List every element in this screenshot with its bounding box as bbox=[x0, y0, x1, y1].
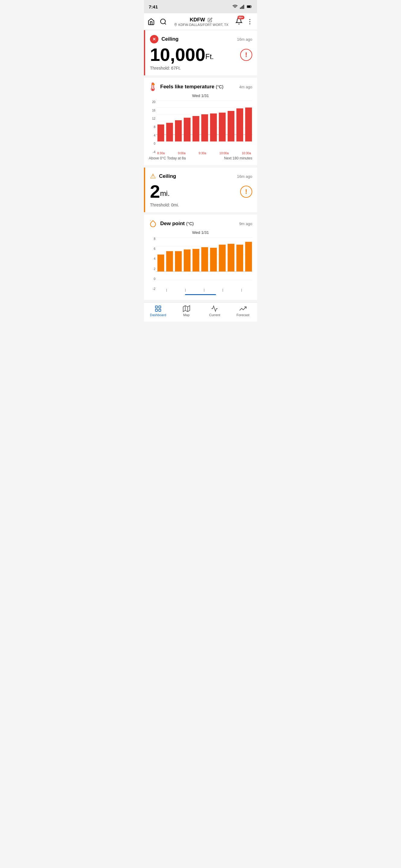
svg-rect-6 bbox=[248, 6, 251, 7]
feels-like-footer-right: Next 180 minutes bbox=[224, 156, 252, 160]
edit-icon bbox=[208, 18, 212, 22]
alert-red-icon: ✕ bbox=[150, 35, 159, 43]
forecast-label: Forecast bbox=[236, 313, 250, 317]
svg-rect-27 bbox=[201, 114, 208, 141]
svg-rect-40 bbox=[157, 255, 165, 272]
value-row: 10,000Ft. ! bbox=[150, 46, 252, 64]
svg-rect-52 bbox=[159, 306, 161, 308]
map-icon bbox=[183, 305, 190, 312]
ceiling-red-title: Ceiling bbox=[162, 36, 179, 42]
map-label: Map bbox=[183, 313, 190, 317]
alert-circle-red: ! bbox=[240, 49, 252, 61]
svg-rect-2 bbox=[241, 7, 242, 9]
svg-rect-28 bbox=[210, 113, 217, 141]
feels-like-title: Feels like temperature (°C) bbox=[160, 84, 223, 90]
y-axis-labels: 20 16 12 8 4 0 -4 bbox=[149, 99, 156, 155]
ceiling-orange-unit: mi. bbox=[160, 189, 170, 197]
svg-rect-54 bbox=[159, 309, 161, 311]
svg-point-7 bbox=[161, 19, 165, 24]
feels-like-header: Feels like temperature (°C) 4m ago bbox=[149, 83, 252, 91]
svg-rect-53 bbox=[155, 309, 157, 311]
thermometer-icon bbox=[149, 83, 157, 91]
svg-rect-41 bbox=[166, 251, 173, 272]
nav-current[interactable]: Current bbox=[201, 305, 229, 317]
alert-circle-orange: ! bbox=[240, 186, 252, 198]
more-button[interactable] bbox=[246, 18, 254, 25]
svg-point-10 bbox=[250, 19, 251, 20]
ceiling-value-display: 10,000Ft. bbox=[150, 46, 214, 64]
current-label: Current bbox=[209, 313, 220, 317]
ceiling-red-time: 16m ago bbox=[237, 37, 252, 41]
svg-rect-22 bbox=[157, 124, 165, 141]
feels-like-title-group: Feels like temperature (°C) bbox=[149, 83, 223, 91]
dew-x-axis: | | | | | bbox=[156, 288, 252, 292]
feels-like-section: Feels like temperature (°C) 4m ago Wed 1… bbox=[144, 78, 257, 165]
ceiling-orange-value-display: 2mi. bbox=[150, 183, 170, 201]
ceiling-orange-threshold: Threshold: 0mi. bbox=[150, 203, 252, 207]
feels-like-chart-container: 20 16 12 8 4 0 -4 bbox=[149, 99, 252, 155]
svg-rect-50 bbox=[245, 242, 252, 272]
svg-rect-42 bbox=[175, 251, 182, 272]
search-button[interactable] bbox=[160, 18, 167, 25]
dashboard-label: Dashboard bbox=[150, 313, 166, 317]
svg-rect-31 bbox=[236, 108, 243, 142]
svg-rect-49 bbox=[236, 245, 243, 272]
battery-icon bbox=[247, 4, 252, 9]
feels-like-footer: Above 0°C Today at 8a Next 180 minutes bbox=[149, 156, 252, 160]
dew-icon: ° bbox=[149, 219, 157, 228]
dew-point-chart-date: Wed 1/31 bbox=[149, 230, 252, 235]
feels-like-chart-date: Wed 1/31 bbox=[149, 93, 252, 98]
forecast-icon bbox=[239, 305, 247, 312]
nav-dashboard[interactable]: Dashboard bbox=[144, 305, 172, 317]
svg-rect-30 bbox=[228, 111, 234, 141]
feels-like-footer-left: Above 0°C Today at 8a bbox=[149, 156, 186, 160]
ceiling-orange-title-group: ⚠ Ceiling bbox=[150, 173, 176, 180]
dew-point-chart: | | | | | bbox=[156, 236, 252, 292]
svg-text:°: ° bbox=[150, 220, 151, 222]
svg-rect-44 bbox=[193, 249, 199, 272]
home-button[interactable] bbox=[147, 18, 155, 25]
ceiling-orange-title: Ceiling bbox=[159, 173, 176, 179]
svg-rect-47 bbox=[219, 245, 226, 272]
dew-point-header: ° Dew point (°C) 9m ago bbox=[149, 219, 252, 228]
notification-button[interactable]: 99+ bbox=[235, 18, 242, 26]
nav-map[interactable]: Map bbox=[172, 305, 201, 317]
nav-icons-left bbox=[147, 18, 167, 25]
svg-rect-32 bbox=[245, 107, 252, 142]
scroll-indicator bbox=[185, 294, 216, 295]
ceiling-red-section: ✕ Ceiling 16m ago 10,000Ft. ! Threshold:… bbox=[144, 30, 257, 75]
feels-like-time: 4m ago bbox=[239, 85, 252, 89]
nav-forecast[interactable]: Forecast bbox=[229, 305, 257, 317]
dashboard-icon bbox=[154, 305, 162, 312]
svg-rect-29 bbox=[219, 113, 226, 142]
feels-like-chart-svg bbox=[156, 99, 252, 150]
notification-badge: 99+ bbox=[237, 16, 245, 19]
status-bar: 7:41 bbox=[144, 0, 257, 13]
svg-marker-55 bbox=[183, 306, 190, 312]
svg-rect-26 bbox=[193, 116, 199, 141]
dew-point-section: ° Dew point (°C) 9m ago Wed 1/31 8 6 4 2… bbox=[144, 215, 257, 300]
svg-rect-24 bbox=[175, 120, 182, 141]
svg-rect-1 bbox=[240, 7, 241, 9]
svg-rect-4 bbox=[244, 5, 244, 9]
dew-point-chart-svg bbox=[156, 236, 252, 287]
svg-rect-25 bbox=[184, 118, 191, 142]
svg-rect-43 bbox=[184, 250, 191, 272]
nav-center: KDFW KDFW-DALLAS/FORT WORT, TX bbox=[167, 17, 235, 27]
svg-rect-3 bbox=[242, 6, 243, 9]
section-header: ✕ Ceiling 16m ago bbox=[150, 35, 252, 43]
dew-y-axis: 8 6 4 2 0 -2 bbox=[149, 236, 156, 292]
location-pin-icon bbox=[174, 23, 177, 27]
svg-rect-45 bbox=[201, 247, 208, 272]
alert-orange-icon: ⚠ bbox=[150, 173, 156, 180]
nav-location-text: KDFW-DALLAS/FORT WORT, TX bbox=[178, 23, 228, 27]
ceiling-orange-header: ⚠ Ceiling 16m ago bbox=[150, 173, 252, 180]
wifi-icon bbox=[232, 4, 238, 9]
svg-point-11 bbox=[250, 21, 251, 22]
current-icon bbox=[211, 305, 218, 312]
ceiling-orange-big-value: 2 bbox=[150, 181, 160, 202]
svg-point-12 bbox=[250, 23, 251, 24]
dew-point-title: Dew point (°C) bbox=[160, 221, 194, 227]
signal-icon bbox=[239, 4, 245, 9]
x-axis-labels: 8:30a 9:00a 9:30a 10:00a 10:30a bbox=[156, 152, 252, 155]
